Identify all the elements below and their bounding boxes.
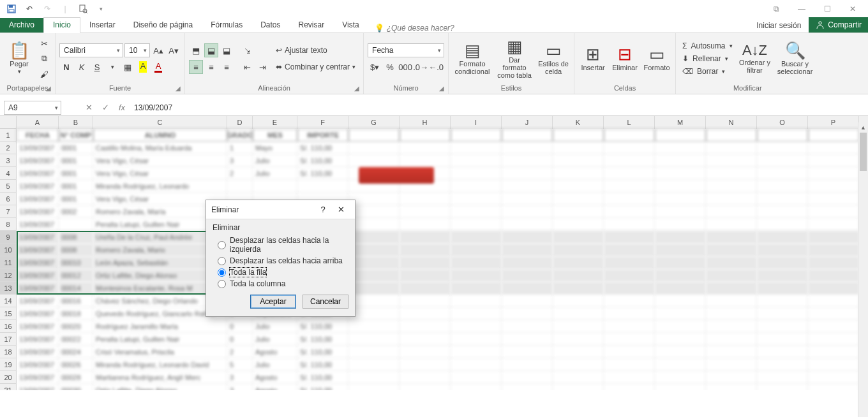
cell[interactable] <box>757 333 808 346</box>
cell[interactable] <box>400 129 451 142</box>
dialog-help[interactable]: ? <box>314 205 332 214</box>
cut-button[interactable]: ✂ <box>37 36 51 50</box>
cell[interactable] <box>348 320 400 333</box>
cell[interactable]: 0001 <box>59 193 93 205</box>
format-cells-button[interactable]: ▭Formato <box>642 34 671 83</box>
cell[interactable]: 0 <box>227 333 253 346</box>
cell[interactable] <box>604 295 655 307</box>
cell[interactable]: GRADO <box>227 129 253 142</box>
cell[interactable] <box>451 129 502 142</box>
cell[interactable] <box>808 129 859 142</box>
cell[interactable] <box>502 167 553 180</box>
cell[interactable]: 13/09/2007 <box>17 167 59 180</box>
row-header[interactable]: 8 <box>0 218 17 231</box>
formula-input[interactable]: 13/09/2007 <box>130 103 868 112</box>
tab-inicio[interactable]: Inicio <box>43 17 80 33</box>
cell[interactable] <box>502 384 553 390</box>
cell[interactable]: Vera Vigo, César <box>93 154 227 167</box>
row-header[interactable]: 6 <box>0 193 17 205</box>
cell[interactable] <box>808 346 859 358</box>
qat-customize[interactable]: ▾ <box>92 1 110 17</box>
cell[interactable] <box>553 167 604 180</box>
row-header[interactable]: 21 <box>0 384 17 390</box>
cell[interactable]: Miranda Rodríguez, Leonardo <box>93 180 227 193</box>
table-row[interactable]: 13/09/200700024Crisó Veramatus, Priscila… <box>17 346 868 358</box>
cell[interactable]: 00012 <box>59 269 93 282</box>
dialog-radio-option[interactable]: Toda la fila <box>213 267 348 278</box>
cell[interactable] <box>655 231 706 244</box>
format-as-table-button[interactable]: ▦Dar formato como tabla <box>495 34 534 83</box>
cell[interactable]: 13/09/2007 <box>17 218 59 231</box>
cell[interactable] <box>706 384 757 390</box>
vertical-scrollbar[interactable]: ▲ <box>858 122 868 417</box>
cell[interactable] <box>604 320 655 333</box>
cell[interactable]: Martiarena Rodríguez, Anglí Merc <box>93 371 227 384</box>
cell[interactable] <box>451 142 502 154</box>
cell[interactable] <box>757 307 808 320</box>
cell[interactable] <box>757 180 808 193</box>
cell[interactable] <box>400 218 451 231</box>
row-header[interactable]: 15 <box>0 307 17 320</box>
cell[interactable] <box>655 218 706 231</box>
cell[interactable] <box>553 205 604 218</box>
cell[interactable]: S/. 110,00 <box>297 371 348 384</box>
cell[interactable]: 3 <box>227 371 253 384</box>
cell[interactable] <box>451 231 502 244</box>
cell[interactable] <box>757 384 808 390</box>
cell[interactable]: S/. 110,00 <box>297 384 348 390</box>
cell[interactable]: N° COMP <box>59 129 93 142</box>
cell[interactable] <box>757 371 808 384</box>
cell[interactable] <box>348 269 400 282</box>
cell[interactable]: 0 <box>227 320 253 333</box>
cell[interactable] <box>757 256 808 269</box>
insert-cells-button[interactable]: ⊞Insertar <box>578 34 608 83</box>
window-maximize[interactable]: ☐ <box>814 0 840 18</box>
cell[interactable] <box>502 320 553 333</box>
row-header[interactable]: 4 <box>0 167 17 180</box>
cell[interactable]: 00014 <box>59 282 93 295</box>
cell[interactable] <box>655 129 706 142</box>
tab-vista[interactable]: Vista <box>333 18 368 33</box>
cell[interactable]: Julio <box>253 167 297 180</box>
cell[interactable] <box>502 358 553 371</box>
cell[interactable] <box>706 218 757 231</box>
cell[interactable]: S/. 110,00 <box>297 154 348 167</box>
row-header[interactable]: 1 <box>0 129 17 142</box>
cell[interactable] <box>451 307 502 320</box>
dialog-radio-option[interactable]: Toda la columna <box>213 278 348 289</box>
cell[interactable] <box>655 295 706 307</box>
window-minimize[interactable]: — <box>789 0 814 18</box>
column-header[interactable]: F <box>297 116 348 129</box>
cell[interactable] <box>502 346 553 358</box>
comma-format[interactable]: 000 <box>398 60 412 74</box>
cell[interactable] <box>553 129 604 142</box>
row-header[interactable]: 19 <box>0 358 17 371</box>
cell[interactable] <box>808 371 859 384</box>
tab-file[interactable]: Archivo <box>0 18 43 33</box>
column-header[interactable]: P <box>808 116 859 129</box>
table-row[interactable]: FECHAN° COMPALUMNOGRADOMESIMPORTE <box>17 129 868 142</box>
cell[interactable]: 00028 <box>59 371 93 384</box>
clear-button[interactable]: ⌫Borrar▾ <box>680 65 735 78</box>
dialog-radio-option[interactable]: Desplazar las celdas hacia arriba <box>213 255 348 267</box>
accounting-format[interactable]: $▾ <box>368 60 382 74</box>
cell[interactable]: 0008 <box>59 244 93 256</box>
cell[interactable] <box>808 358 859 371</box>
cell[interactable]: 0002 <box>59 205 93 218</box>
cell[interactable] <box>451 205 502 218</box>
table-row[interactable]: 13/09/20070001Miranda Rodríguez, Leonard… <box>17 180 868 193</box>
cell[interactable] <box>808 244 859 256</box>
cell[interactable] <box>706 358 757 371</box>
cell[interactable] <box>400 193 451 205</box>
cell[interactable] <box>400 320 451 333</box>
cell[interactable] <box>400 205 451 218</box>
cell[interactable]: 13/09/2007 <box>17 346 59 358</box>
cell[interactable]: 0008 <box>59 231 93 244</box>
cell[interactable] <box>451 384 502 390</box>
cell[interactable]: Julio <box>253 320 297 333</box>
cell[interactable] <box>502 333 553 346</box>
cell[interactable] <box>253 180 297 193</box>
align-center[interactable]: ≡ <box>204 60 218 74</box>
tab-formulas[interactable]: Fórmulas <box>202 18 251 33</box>
cell[interactable] <box>400 282 451 295</box>
